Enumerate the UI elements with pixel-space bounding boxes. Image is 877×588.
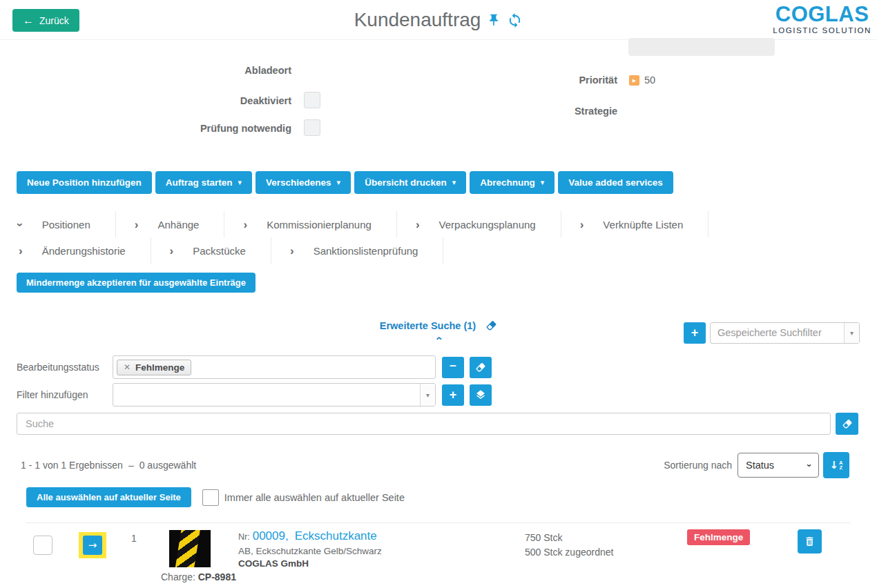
uebersicht-drucken-button[interactable]: Übersicht drucken ▾ <box>354 171 466 194</box>
row-checkbox[interactable] <box>33 536 52 555</box>
sort-select[interactable]: Status › <box>738 453 819 478</box>
caret-down-icon: ▾ <box>420 384 435 406</box>
chevron-right-icon: › <box>135 219 139 231</box>
tab-aenderungshistorie[interactable]: › Änderungshistorie <box>0 237 151 264</box>
arrow-right-icon: → <box>88 539 97 551</box>
clear-search-button[interactable] <box>836 413 858 435</box>
results-row: 1 - 1 von 1 Ergebnissen – 0 ausgewählt S… <box>0 452 877 478</box>
order-position-row: → 1 Charge: CP-8981 Nr: 00009, Eckschutz… <box>0 523 877 588</box>
item-company: COGLAS GmbH <box>238 558 382 569</box>
chip-remove-icon[interactable]: ✕ <box>124 362 131 372</box>
mindermenge-akzeptieren-label: Mindermenge akzeptieren für ausgewählte … <box>26 277 246 288</box>
abrechnung-button[interactable]: Abrechnung ▾ <box>470 171 555 194</box>
select-all-button[interactable]: Alle auswählen auf aktueller Seite <box>26 487 191 507</box>
advanced-search-label: Erweiterte Suche (1) <box>380 320 476 331</box>
tab-positionen[interactable]: › Positionen <box>0 211 116 237</box>
tab-packstuecke[interactable]: › Packstücke <box>151 237 271 264</box>
auftrag-starten-button[interactable]: Auftrag starten ▾ <box>155 171 252 194</box>
charge-label: Charge: <box>161 571 195 582</box>
caret-down-icon: ▾ <box>541 178 545 187</box>
filter-chip-fehlmenge: ✕ Fehlmenge <box>117 360 191 375</box>
position-number: 1 <box>131 533 137 544</box>
status-badge: Fehlmenge <box>687 529 750 545</box>
charge-value: CP-8981 <box>198 571 236 582</box>
charge-line: Charge: CP-8981 <box>161 571 236 582</box>
search-row <box>17 413 858 435</box>
tab-aenderungshistorie-label: Änderungshistorie <box>42 245 126 257</box>
chevron-right-icon: › <box>19 245 23 257</box>
delete-position-button[interactable] <box>798 529 822 553</box>
mindermenge-akzeptieren-button[interactable]: Mindermenge akzeptieren für ausgewählte … <box>17 273 256 293</box>
chevron-right-icon: › <box>170 245 174 257</box>
tab-anhaenge-label: Anhänge <box>157 219 199 231</box>
remove-filter-button[interactable]: − <box>442 357 464 378</box>
chevron-right-icon: › <box>243 219 247 231</box>
deaktiviert-checkbox[interactable] <box>304 92 320 108</box>
tab-kommissionierplanung-label: Kommissionierplanung <box>267 219 372 231</box>
results-count: 1 - 1 von 1 Ergebnissen <box>21 460 123 471</box>
tab-anhaenge[interactable]: › Anhänge <box>116 211 225 237</box>
search-input[interactable] <box>17 413 831 435</box>
tab-verknuepfte-listen[interactable]: › Verknüpfte Listen <box>561 211 709 237</box>
item-number-link[interactable]: 00009, <box>253 529 289 543</box>
saved-filter-group: + Gespeicherte Suchfilter ▾ <box>684 322 860 344</box>
tab-verpackungsplanung-label: Verpackungsplanung <box>439 219 536 231</box>
nr-label: Nr: <box>238 532 250 542</box>
chevron-right-icon: › <box>580 219 584 231</box>
priority-value: 50 <box>644 75 655 86</box>
select-empty-value <box>113 384 420 406</box>
caret-down-icon: ▾ <box>337 178 341 187</box>
filter-row-bearbeitungsstatus: Bearbeitungsstatus ✕ Fehlmenge − <box>17 355 877 379</box>
results-summary: 1 - 1 von 1 Ergebnissen – 0 ausgewählt <box>21 460 196 471</box>
auftrag-starten-label: Auftrag starten <box>166 177 233 188</box>
strategie-label: Strategie <box>445 106 617 117</box>
advanced-search-toggle[interactable]: Erweiterte Suche (1) <box>380 320 497 331</box>
eraser-icon <box>475 362 486 373</box>
bearbeitungsstatus-label: Bearbeitungsstatus <box>17 362 113 373</box>
pruefung-checkbox[interactable] <box>304 119 320 136</box>
tab-verknuepfte-listen-label: Verknüpfte Listen <box>603 219 683 231</box>
neue-position-label: Neue Position hinzufügen <box>27 177 142 188</box>
verschiedenes-label: Verschiedenes <box>266 177 331 188</box>
add-saved-filter-button[interactable]: + <box>684 322 706 344</box>
page-title: Kundenauftrag <box>354 9 481 31</box>
goto-position-button[interactable]: → <box>83 536 102 555</box>
clear-filter-button[interactable] <box>470 357 492 378</box>
filter-row-hinzufuegen: Filter hinzufügen ▾ + <box>17 383 877 406</box>
deaktiviert-label: Deaktiviert <box>119 95 291 106</box>
warning-stripe-graphic <box>175 530 201 567</box>
tab-sanktionslistenpruefung[interactable]: › Sanktionslistenprüfung <box>271 237 443 264</box>
filter-hinzufuegen-select[interactable]: ▾ <box>113 383 436 406</box>
results-separator: – <box>128 460 134 471</box>
pin-icon[interactable] <box>487 13 501 27</box>
highlighted-action-cell: → <box>79 532 106 558</box>
bearbeitungsstatus-input[interactable]: ✕ Fehlmenge <box>113 355 436 379</box>
verschiedenes-button[interactable]: Verschiedenes ▾ <box>256 171 351 194</box>
title-area: Kundenauftrag <box>0 0 877 40</box>
add-filter-button[interactable]: + <box>442 384 464 406</box>
sort-direction-button[interactable]: ↓AZ <box>823 452 849 478</box>
refresh-icon[interactable] <box>507 12 523 28</box>
layers-icon <box>475 389 486 400</box>
tab-sanktionslistenpruefung-label: Sanktionslistenprüfung <box>314 245 418 257</box>
filter-hinzufuegen-label: Filter hinzufügen <box>17 389 113 400</box>
saved-filter-select[interactable]: Gespeicherte Suchfilter ▾ <box>710 322 860 344</box>
neue-position-button[interactable]: Neue Position hinzufügen <box>17 171 152 194</box>
minus-icon: − <box>450 360 456 373</box>
select-all-label: Alle auswählen auf aktueller Seite <box>37 492 181 502</box>
tab-kommissionierplanung[interactable]: › Kommissionierplanung <box>224 211 396 237</box>
always-select-checkbox[interactable] <box>202 489 219 506</box>
quantity-block: 750 Stck 500 Stck zugeordnet <box>525 531 613 560</box>
logo-tagline: LOGISTIC SOLUTION <box>773 27 871 35</box>
top-header: ← Zurück Kundenauftrag COGLAS LOGISTIC S… <box>0 0 877 40</box>
caret-down-icon: ▾ <box>844 323 859 343</box>
value-added-services-button[interactable]: Value added services <box>558 171 673 194</box>
collapse-chevron-icon[interactable]: › <box>432 337 444 341</box>
chip-label: Fehlmenge <box>135 362 184 373</box>
save-filter-set-button[interactable] <box>470 384 492 406</box>
select-all-row: Alle auswählen auf aktueller Seite Immer… <box>0 487 877 507</box>
eraser-icon[interactable] <box>485 320 497 331</box>
product-image <box>169 530 211 567</box>
tab-verpackungsplanung[interactable]: › Verpackungsplanung <box>397 211 561 237</box>
item-name-link[interactable]: Eckschutzkante <box>295 529 377 543</box>
